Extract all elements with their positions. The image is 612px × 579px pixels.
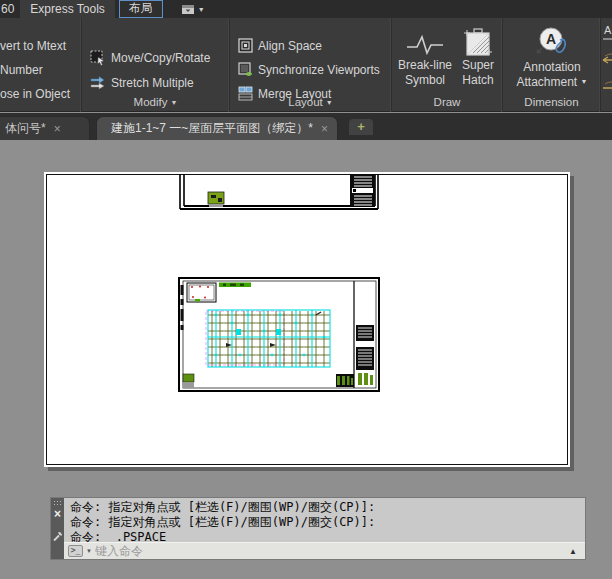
chevron-down-icon: ▼ [198,6,205,13]
enclose-in-object-button[interactable]: ose in Object [0,87,70,101]
autocad-window: 60 Express Tools 布局 ▼ vert to Mtext Numb… [0,0,612,579]
break-line-symbol-icon [405,32,445,58]
super-hatch-button[interactable]: Super Hatch [456,28,500,88]
draw-label: Draw [434,96,461,108]
move-copy-rotate-icon [90,50,106,66]
panel-label-layout[interactable]: Layout▼ [230,94,391,112]
annotation-attachment-label-1: Annotation [523,60,580,74]
prompt-dropdown-icon[interactable]: ▼ [86,548,92,554]
ribbon-tab-partial[interactable]: 60 [0,0,20,18]
panel-label-modify[interactable]: Modify▼ [82,94,229,112]
synchronize-viewports-button[interactable]: Synchronize Viewports [238,62,380,77]
panel-label-draw[interactable]: Draw [392,94,502,112]
command-body: 命令: 指定对角点或 [栏选(F)/圈围(WP)/圈交(CP)]: 命令: 指定… [64,498,585,559]
synchronize-viewports-label: Synchronize Viewports [258,63,380,77]
drawing-main-floorplan[interactable] [178,277,380,392]
panel-clipped-right: A + [601,18,612,112]
ribbon-display-toggle-icon [181,4,195,15]
doc-tab-label: 建施1-1~7 一~屋面层平面图（绑定）* [111,120,313,137]
enclose-in-object-label: ose in Object [0,87,70,101]
command-prompt-icon[interactable]: >_ [68,545,83,557]
tab-close-icon[interactable]: × [54,124,61,134]
svg-text:A: A [604,24,612,36]
super-hatch-label-1: Super [462,58,494,73]
panel-text-tools: vert to Mtext Number ose in Object [0,18,82,112]
ribbon-tab-bar: 60 Express Tools 布局 ▼ [0,0,612,18]
doc-tab-active[interactable]: 建施1-1~7 一~屋面层平面图（绑定）* × [96,116,338,140]
panel-label-dimension[interactable]: Dimension [503,94,600,112]
break-line-symbol-label-1: Break-line [398,58,452,73]
move-copy-rotate-label: Move/Copy/Rotate [111,51,210,65]
ribbon-tab-express-tools[interactable]: Express Tools [20,0,114,18]
dimension-tools-clipped-icons: A + [601,22,612,112]
break-line-symbol-button[interactable]: Break-line Symbol [396,32,454,88]
panel-dimension: A Annotation Attachment ▼ Dimension [503,18,601,112]
chevron-down-icon: ▼ [581,78,588,85]
command-history-line: 命令: _.PSPACE [70,530,579,542]
wrench-icon[interactable] [52,530,64,542]
ribbon: 60 Express Tools 布局 ▼ vert to Mtext Numb… [0,0,612,112]
chevron-down-icon: ▼ [170,99,177,106]
ribbon-tab-layout[interactable]: 布局 [119,0,163,18]
command-close-button[interactable]: × [51,507,64,521]
auto-number-button[interactable]: Number [0,63,43,77]
command-input[interactable] [95,544,566,558]
align-space-label: Align Space [258,39,322,53]
command-panel-grip[interactable]: × [51,498,64,559]
new-tab-button[interactable]: + [349,119,373,135]
annotation-attachment-label-2: Attachment [517,75,578,89]
command-line-panel: × 命令: 指定对角点或 [栏选(F)/圈围(WP)/圈交(CP)]: 命令: … [50,497,586,560]
stretch-multiple-button[interactable]: Stretch Multiple [90,75,194,91]
doc-tab-inactive[interactable]: 体问号* × [0,116,90,140]
align-space-button[interactable]: Align Space [238,38,322,53]
drawing-top-floorplan[interactable] [178,174,380,214]
expand-history-icon[interactable]: ▲ [569,547,581,556]
layout-paper-sheet[interactable] [44,172,570,467]
command-input-row: >_ ▼ ▲ [64,542,585,559]
ribbon-display-toggle[interactable]: ▼ [181,0,205,18]
super-hatch-icon [463,28,493,58]
convert-to-mtext-label: vert to Mtext [0,39,66,53]
command-history[interactable]: 命令: 指定对角点或 [栏选(F)/圈围(WP)/圈交(CP)]: 命令: 指定… [64,498,585,542]
break-line-symbol-label-2: Symbol [405,73,445,88]
svg-text:A: A [546,31,556,47]
move-copy-rotate-button[interactable]: Move/Copy/Rotate [90,50,210,66]
align-space-icon [238,38,253,53]
panel-layout: Align Space Synchronize Viewports [230,18,392,112]
modify-label: Modify [134,96,168,108]
drag-grip-icon[interactable] [53,500,62,506]
ribbon-panel-row: vert to Mtext Number ose in Object Move/… [0,18,612,112]
doc-tab-label: 体问号* [5,120,46,137]
synchronize-viewports-icon [238,62,253,77]
convert-to-mtext-button[interactable]: vert to Mtext [0,39,66,53]
super-hatch-label-2: Hatch [462,73,493,88]
command-history-line: 命令: 指定对角点或 [栏选(F)/圈围(WP)/圈交(CP)]: [70,515,579,530]
auto-number-label: Number [0,63,43,77]
stretch-multiple-label: Stretch Multiple [111,76,194,90]
panel-draw: Break-line Symbol Super Hatch Draw [392,18,503,112]
dimension-label: Dimension [524,96,578,108]
chevron-down-icon: ▼ [326,99,333,106]
tab-close-icon[interactable]: × [321,124,328,134]
annotation-attachment-button[interactable]: A Annotation Attachment ▼ [511,26,593,91]
stretch-multiple-icon [90,75,106,91]
panel-modify: Move/Copy/Rotate Stretch Multiple Modify… [82,18,230,112]
document-tab-bar: 体问号* × 建施1-1~7 一~屋面层平面图（绑定）* × + [0,113,612,140]
command-history-line: 命令: 指定对角点或 [栏选(F)/圈围(WP)/圈交(CP)]: [70,500,579,515]
layout-label: Layout [288,96,323,108]
annotation-attachment-icon: A [535,26,569,60]
